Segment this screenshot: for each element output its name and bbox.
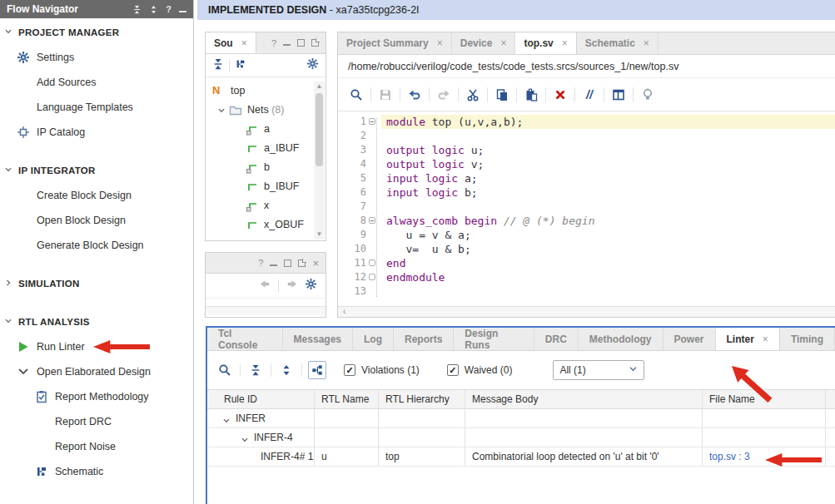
sidebar-item-language-templates[interactable]: Language Templates <box>0 95 193 120</box>
close-icon[interactable]: × <box>644 37 649 49</box>
cut-icon[interactable] <box>463 85 483 105</box>
lightbulb-icon[interactable] <box>638 85 658 105</box>
tree-scrollbar[interactable]: ▲ ▼ <box>314 82 325 240</box>
tab-top-sv[interactable]: top.sv× <box>515 32 576 54</box>
columns-icon[interactable] <box>609 85 629 105</box>
code-line-7[interactable]: 7 <box>338 200 835 214</box>
sidebar-item-report-methodology[interactable]: Report Methodology <box>0 384 193 409</box>
code-line-10[interactable]: 10 v= u & b; <box>338 242 835 256</box>
help-icon[interactable]: ? <box>166 4 171 14</box>
chevron-down-icon[interactable] <box>4 317 12 327</box>
table-row-infer-4-1[interactable]: INFER-4# 1 u top Combinatorial loop dete… <box>207 447 835 467</box>
minimize-icon[interactable] <box>270 260 277 266</box>
tab-tcl-console[interactable]: Tcl Console <box>207 328 283 350</box>
sidebar-item-report-noise[interactable]: Report Noise <box>0 434 193 459</box>
search-icon[interactable] <box>216 361 234 379</box>
code-line-1[interactable]: 1module top (u,v,a,b); <box>338 115 835 129</box>
fold-close-icon[interactable] <box>369 259 375 266</box>
paste-icon[interactable] <box>521 85 541 105</box>
tab-messages[interactable]: Messages <box>283 328 353 350</box>
maximize-icon[interactable] <box>284 259 291 267</box>
code-line-12[interactable]: 12endmodule <box>338 270 835 284</box>
search-icon[interactable] <box>346 85 366 105</box>
minimize-icon[interactable] <box>283 40 291 46</box>
comment-icon[interactable]: // <box>579 85 599 105</box>
gear-icon[interactable] <box>305 278 317 294</box>
sidebar-item-report-drc[interactable]: Report DRC <box>0 409 193 434</box>
fold-open-icon[interactable] <box>369 217 375 224</box>
tree-item-b[interactable]: b <box>206 157 326 176</box>
code-line-2[interactable]: 2 <box>338 129 835 143</box>
chevron-down-icon[interactable] <box>217 106 226 117</box>
undo-icon[interactable] <box>405 85 425 105</box>
tab-power[interactable]: Power <box>664 328 716 350</box>
sidebar-item-schematic[interactable]: Schematic <box>0 459 193 484</box>
expand-all-icon[interactable] <box>149 5 158 14</box>
collapse-all-icon[interactable] <box>212 58 224 73</box>
tree-item-x[interactable]: x <box>206 195 326 215</box>
help-icon[interactable]: ? <box>258 258 263 268</box>
sidebar-item-ip-catalog[interactable]: IP Catalog <box>0 120 193 145</box>
scroll-down-icon[interactable]: ▼ <box>314 230 325 240</box>
tab-project-summary[interactable]: Project Summary× <box>338 32 452 54</box>
tab-reports[interactable]: Reports <box>394 328 454 350</box>
float-icon[interactable] <box>298 259 306 267</box>
sidebar-item-create-block-design[interactable]: Create Block Design <box>0 183 193 208</box>
column-header-message-body[interactable]: Message Body <box>465 390 703 408</box>
code-line-3[interactable]: 3output logic u; <box>338 143 835 157</box>
tab-log[interactable]: Log <box>353 328 394 350</box>
float-icon[interactable] <box>311 39 319 47</box>
back-icon[interactable] <box>259 278 271 294</box>
column-header-rule-id[interactable]: Rule ID <box>207 390 315 408</box>
sidebar-item-open-elaborated-design[interactable]: Open Elaborated Design <box>0 359 193 384</box>
close-icon[interactable]: × <box>241 37 247 49</box>
close-icon[interactable]: × <box>763 334 768 345</box>
close-icon[interactable]: × <box>312 257 319 269</box>
chevron-down-icon[interactable] <box>4 166 12 175</box>
close-icon[interactable]: × <box>437 37 443 49</box>
tab-sources[interactable]: Sou × <box>206 32 256 53</box>
tree-item-b_ibuf[interactable]: b_IBUF <box>206 176 326 195</box>
collapse-all-icon[interactable] <box>132 5 142 14</box>
tree-item-a[interactable]: a <box>206 119 326 138</box>
chevron-down-icon[interactable] <box>222 416 231 427</box>
code-line-5[interactable]: 5input logic a; <box>338 171 835 185</box>
sidebar-item-add-sources[interactable]: Add Sources <box>0 70 193 95</box>
table-row-infer[interactable]: INFER <box>207 409 835 428</box>
chevron-right-icon[interactable] <box>4 279 12 289</box>
help-icon[interactable]: ? <box>271 38 276 48</box>
sidebar-item-open-block-design[interactable]: Open Block Design <box>0 208 193 233</box>
file-link[interactable]: top.sv : 3 <box>709 451 750 462</box>
code-line-13[interactable]: 13 <box>338 284 835 299</box>
flow-section-header[interactable]: PROJECT MANAGER <box>0 20 193 45</box>
flow-section-header[interactable]: RTL ANALYSIS <box>0 309 193 334</box>
maximize-icon[interactable] <box>297 39 305 47</box>
tab-schematic[interactable]: Schematic× <box>577 32 659 54</box>
delete-icon[interactable] <box>550 85 570 105</box>
minimize-icon[interactable] <box>179 7 186 12</box>
copy-icon[interactable] <box>492 85 512 105</box>
flow-section-header[interactable]: SIMULATION <box>0 271 193 296</box>
tab-methodology[interactable]: Methodology <box>579 328 664 350</box>
sidebar-item-settings[interactable]: Settings <box>0 45 193 70</box>
sidebar-item-run-linter[interactable]: Run Linter <box>0 334 193 359</box>
tab-linter[interactable]: Linter× <box>716 328 780 350</box>
severity-filter-dropdown[interactable]: All (1) <box>553 360 644 380</box>
violations-checkbox[interactable]: ✓ <box>344 364 355 376</box>
column-header-rtl-hierarchy[interactable]: RTL Hierarchy <box>379 390 465 408</box>
code-line-4[interactable]: 4output logic v; <box>338 157 835 171</box>
tab-timing[interactable]: Timing <box>780 328 835 350</box>
save-icon[interactable] <box>375 85 395 105</box>
sidebar-item-generate-block-design[interactable]: Generate Block Design <box>0 233 193 258</box>
code-line-11[interactable]: 11end <box>338 256 835 270</box>
scroll-up-icon[interactable]: ▲ <box>314 82 325 91</box>
close-icon[interactable]: × <box>500 37 506 49</box>
group-by-rule-icon[interactable] <box>308 361 326 379</box>
schematic-icon[interactable] <box>235 58 246 73</box>
redo-icon[interactable] <box>434 85 454 105</box>
code-line-8[interactable]: 8always_comb begin // @ (*) begin <box>338 214 835 228</box>
chevron-down-icon[interactable] <box>241 435 249 447</box>
close-icon[interactable]: × <box>562 37 568 49</box>
tree-item-nets[interactable]: Nets (8) <box>206 100 326 119</box>
scroll-left-icon[interactable]: ‹ <box>343 307 345 316</box>
